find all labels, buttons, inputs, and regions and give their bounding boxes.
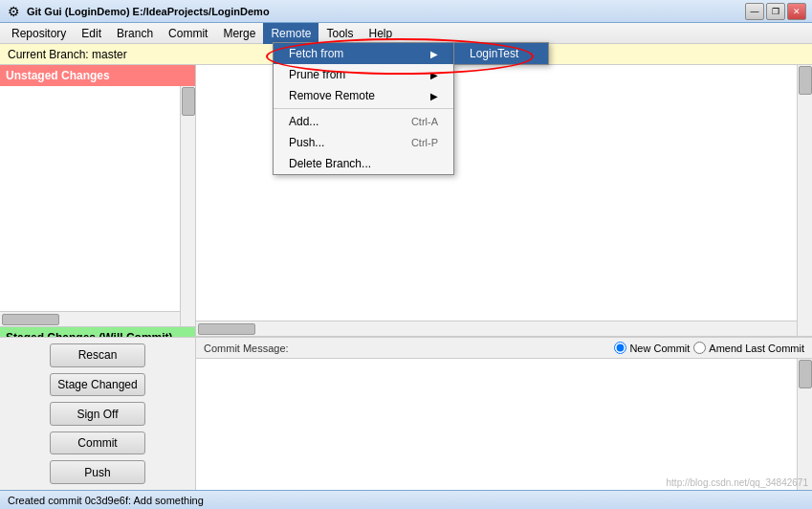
unstaged-scrollbar-v[interactable] bbox=[180, 86, 195, 326]
delete-branch-label: Delete Branch... bbox=[289, 157, 371, 170]
unstaged-scrollbar-thumb-h bbox=[2, 314, 59, 325]
action-buttons-panel: Rescan Stage Changed Sign Off Commit Pus… bbox=[0, 337, 196, 490]
prune-from-label: Prune from bbox=[289, 68, 345, 81]
fetch-submenu: LoginTest bbox=[453, 42, 549, 65]
menu-repository[interactable]: Repository bbox=[4, 23, 74, 44]
diff-scrollbar-thumb bbox=[799, 66, 812, 95]
window-controls: — ❐ ✕ bbox=[745, 3, 806, 20]
menu-merge[interactable]: Merge bbox=[215, 23, 263, 44]
commit-area: Commit Message: New Commit Amend Last Co… bbox=[196, 338, 812, 490]
remote-dropdown: Fetch from ▶ LoginTest Prune from ▶ Remo… bbox=[273, 42, 454, 175]
status-text: Created commit 0c3d9e6f: Add something bbox=[8, 495, 204, 506]
commit-scrollbar-v[interactable] bbox=[797, 359, 812, 490]
commit-toolbar: Commit Message: New Commit Amend Last Co… bbox=[196, 338, 812, 359]
prune-from-arrow: ▶ bbox=[430, 70, 438, 80]
fetch-from-arrow: ▶ bbox=[430, 49, 438, 59]
remove-remote-item[interactable]: Remove Remote ▶ bbox=[274, 85, 453, 106]
remove-remote-label: Remove Remote bbox=[289, 89, 375, 102]
menu-bar: Repository Edit Branch Commit Merge Remo… bbox=[0, 23, 812, 44]
diff-scrollbar-thumb-h bbox=[198, 323, 255, 335]
amend-commit-option[interactable]: Amend Last Commit bbox=[693, 342, 804, 354]
unstaged-content bbox=[0, 86, 195, 326]
unstaged-scrollbar-h[interactable] bbox=[0, 311, 180, 326]
fetch-from-label: Fetch from bbox=[289, 47, 343, 60]
unstaged-header: Unstaged Changes bbox=[0, 65, 195, 86]
sign-off-button-2[interactable]: Sign Off bbox=[50, 402, 145, 426]
logintest-item[interactable]: LoginTest bbox=[454, 43, 548, 64]
commit-message-area[interactable] bbox=[196, 359, 812, 490]
fetch-from-item[interactable]: Fetch from ▶ LoginTest bbox=[274, 43, 453, 64]
unstaged-section: Unstaged Changes bbox=[0, 65, 195, 327]
prune-from-item[interactable]: Prune from ▶ bbox=[274, 64, 453, 85]
commit-type-group: New Commit Amend Last Commit bbox=[614, 342, 804, 354]
menu-tools[interactable]: Tools bbox=[318, 23, 361, 44]
push-shortcut: Ctrl-P bbox=[411, 137, 438, 148]
remove-remote-arrow: ▶ bbox=[430, 91, 438, 101]
new-commit-radio[interactable] bbox=[614, 342, 626, 354]
menu-commit[interactable]: Commit bbox=[161, 23, 215, 44]
add-shortcut: Ctrl-A bbox=[411, 116, 438, 127]
app-icon: ⚙ bbox=[6, 4, 21, 19]
stage-changed-button-2[interactable]: Stage Changed bbox=[50, 373, 145, 397]
add-item[interactable]: Add... Ctrl-A bbox=[274, 111, 453, 132]
commit-button-2[interactable]: Commit bbox=[50, 432, 145, 455]
menu-edit[interactable]: Edit bbox=[74, 23, 109, 44]
restore-button[interactable]: ❐ bbox=[766, 3, 785, 20]
diff-scrollbar-h[interactable] bbox=[196, 321, 797, 336]
title-text: Git Gui (LoginDemo) E:/IdeaProjects/Logi… bbox=[27, 6, 745, 17]
rescan-button-2[interactable]: Rescan bbox=[50, 343, 145, 367]
push-button-2[interactable]: Push bbox=[50, 460, 145, 484]
amend-commit-label: Amend Last Commit bbox=[709, 343, 804, 354]
minimize-button[interactable]: — bbox=[745, 3, 764, 20]
menu-branch[interactable]: Branch bbox=[109, 23, 161, 44]
status-bar: Created commit 0c3d9e6f: Add something bbox=[0, 490, 812, 509]
commit-message-label: Commit Message: bbox=[204, 343, 289, 354]
current-branch-text: Current Branch: master bbox=[8, 48, 127, 61]
close-button[interactable]: ✕ bbox=[787, 3, 806, 20]
push-menu-label: Push... bbox=[289, 136, 324, 149]
menu-separator-1 bbox=[274, 108, 453, 109]
add-label: Add... bbox=[289, 115, 318, 128]
push-item[interactable]: Push... Ctrl-P bbox=[274, 132, 453, 153]
diff-scrollbar-v[interactable] bbox=[797, 65, 812, 336]
delete-branch-item[interactable]: Delete Branch... bbox=[274, 153, 453, 174]
commit-scrollbar-thumb bbox=[799, 360, 812, 388]
title-bar: ⚙ Git Gui (LoginDemo) E:/IdeaProjects/Lo… bbox=[0, 0, 812, 23]
menu-help[interactable]: Help bbox=[361, 23, 400, 44]
new-commit-option[interactable]: New Commit bbox=[614, 342, 690, 354]
new-commit-label: New Commit bbox=[629, 343, 690, 354]
bottom-area: Rescan Stage Changed Sign Off Commit Pus… bbox=[196, 337, 812, 490]
amend-commit-radio[interactable] bbox=[693, 342, 706, 354]
menu-remote[interactable]: Remote bbox=[263, 23, 318, 44]
unstaged-scrollbar-thumb bbox=[182, 87, 195, 116]
